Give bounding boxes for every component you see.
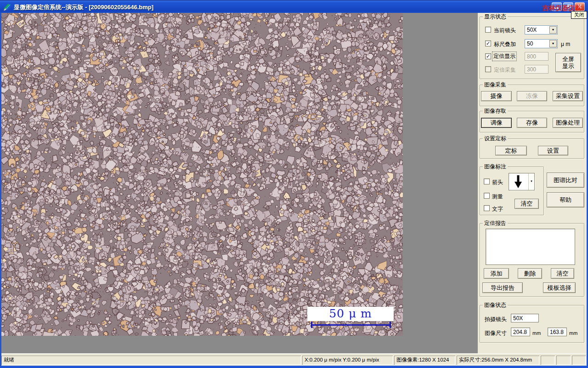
group-storage-title: 图像存取	[483, 108, 508, 114]
help-button[interactable]: 帮助	[547, 192, 584, 207]
fixed-capture-input: 300	[525, 65, 548, 74]
report-delete-button[interactable]: 删除	[518, 268, 542, 279]
load-image-button[interactable]: 调像	[481, 118, 512, 128]
current-lens-checkbox[interactable]	[485, 27, 491, 33]
arrow-label: 箭头	[492, 178, 503, 186]
text-label: 文字	[492, 205, 503, 213]
image-process-button[interactable]: 图像处理	[553, 118, 583, 128]
chevron-down-icon[interactable]: ▼	[549, 26, 557, 34]
app-icon	[3, 3, 11, 11]
scale-bar-label: 50 μ m	[307, 307, 394, 321]
chevron-down-icon[interactable]: ▼	[549, 40, 557, 47]
window-border-bottom	[0, 366, 588, 368]
group-display-status-title: 显示状态	[483, 13, 508, 20]
micrograph-image	[1, 13, 403, 336]
save-image-button[interactable]: 存像	[517, 118, 547, 128]
micrograph-view[interactable]: 50 μ m	[1, 13, 403, 336]
width-unit-label: mm	[532, 330, 541, 336]
report-listbox[interactable]	[486, 229, 575, 265]
capture-freeze-button: 冻像	[517, 91, 547, 101]
current-lens-label: 当前镜头	[494, 27, 516, 34]
scale-bar-tick-right	[390, 322, 391, 328]
capture-camera-button[interactable]: 摄像	[481, 91, 512, 101]
height-unit-label: mm	[569, 330, 577, 336]
arrow-style-select[interactable]: ▼	[509, 173, 535, 190]
group-image-status-title: 图像状态	[483, 302, 508, 308]
restore-button[interactable]	[563, 2, 573, 11]
close-button[interactable]	[575, 2, 585, 11]
window-title: 显微图像定倍系统--演示版 - [20090602055646.bmp]	[14, 3, 153, 12]
chevron-down-icon[interactable]: ▼	[528, 173, 534, 190]
minimize-icon	[554, 7, 559, 9]
arrow-down-icon	[509, 173, 528, 190]
group-calibration-title: 设置定标	[483, 135, 508, 142]
group-annotation-title: 图像标注	[483, 163, 508, 170]
image-height-field: 163.8	[548, 328, 567, 336]
capture-settings-button[interactable]: 采集设置	[553, 91, 583, 101]
template-select-button[interactable]: 模板选择	[543, 282, 576, 293]
export-report-button[interactable]: 导出报告	[482, 282, 523, 293]
fixed-capture-checkbox	[485, 66, 491, 72]
fixed-display-checkbox[interactable]: ✓	[485, 53, 491, 59]
image-width-field: 204.8	[511, 328, 530, 336]
current-lens-select[interactable]: 50X ▼	[525, 25, 558, 34]
status-spare-2	[556, 356, 571, 365]
title-bar: 显微图像定倍系统--演示版 - [20090602055646.bmp]	[0, 0, 588, 13]
atlas-compare-button[interactable]: 图谱比对	[547, 172, 584, 188]
calibrate-button[interactable]: 定标	[495, 146, 527, 155]
fixed-display-input: 800	[525, 52, 548, 61]
calibration-settings-button[interactable]: 设置	[538, 146, 568, 155]
report-add-button[interactable]: 添加	[484, 268, 509, 279]
scale-overlay-checkbox[interactable]: ✓	[485, 40, 491, 46]
text-checkbox[interactable]	[484, 205, 490, 211]
measure-checkbox[interactable]	[484, 193, 490, 199]
group-capture-title: 图像采集	[483, 81, 508, 88]
close-icon	[575, 3, 584, 11]
minimize-button[interactable]	[552, 2, 562, 11]
fixed-capture-label: 定倍采集	[494, 66, 516, 74]
status-spare-3	[572, 356, 586, 365]
report-clear-button[interactable]: 清空	[551, 268, 574, 279]
scale-overlay-label: 标尺叠加	[494, 40, 516, 48]
scale-overlay-select[interactable]: 50 ▼	[525, 39, 558, 48]
size-label: 图像尺寸	[485, 329, 507, 337]
scale-bar-tick-left	[311, 322, 312, 328]
status-actual-size: 实际尺寸:256.0mm X 204.8mm	[457, 356, 539, 365]
lens-label: 拍摄镜头	[485, 316, 507, 323]
status-ready: 就绪	[1, 356, 301, 365]
group-report-title: 定倍报告	[483, 220, 508, 226]
scale-overlay-unit: μ m	[561, 41, 570, 47]
scale-bar-line	[311, 324, 391, 326]
status-spare-1	[541, 356, 555, 365]
lens-value-field: 50X	[511, 314, 539, 322]
status-image-pixels: 图像像素:1280 X 1024	[394, 356, 455, 365]
measure-label: 测量	[492, 193, 503, 201]
status-bar: 就绪 X:0.200 μ m/pix Y:0.200 μ m/pix 图像像素:…	[1, 353, 587, 366]
fullscreen-button[interactable]: 全屏 显示	[555, 53, 581, 72]
fixed-display-label: 定倍显示	[492, 52, 516, 61]
status-pixel-scale: X:0.200 μ m/pix Y:0.200 μ m/pix	[302, 356, 393, 365]
close-tooltip: 关闭	[571, 11, 587, 19]
arrow-checkbox[interactable]	[484, 178, 490, 184]
annotation-clear-button[interactable]: 清空	[514, 199, 539, 209]
